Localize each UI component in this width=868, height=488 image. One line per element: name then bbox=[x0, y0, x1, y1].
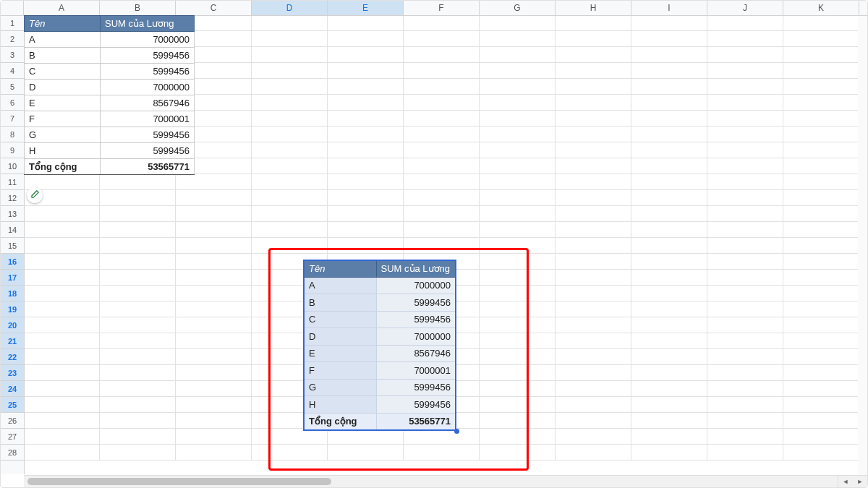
cell-I23[interactable] bbox=[631, 365, 707, 381]
cell-C28[interactable] bbox=[176, 445, 252, 461]
cell-F1[interactable] bbox=[404, 15, 480, 31]
cell-K27[interactable] bbox=[783, 429, 859, 445]
cell-D14[interactable] bbox=[252, 222, 328, 238]
row-header-6[interactable]: 6 bbox=[1, 95, 24, 111]
column-header-F[interactable]: F bbox=[404, 1, 480, 15]
pivot2-footer-value[interactable]: 53565771 bbox=[376, 413, 456, 430]
cell-E7[interactable] bbox=[328, 111, 404, 127]
cell-C19[interactable] bbox=[176, 301, 252, 317]
cell-G25[interactable] bbox=[480, 397, 556, 413]
cell-F11[interactable] bbox=[404, 174, 480, 190]
cell-I3[interactable] bbox=[631, 47, 707, 63]
cell-K12[interactable] bbox=[783, 190, 859, 206]
cell-B18[interactable] bbox=[100, 286, 176, 301]
column-header-I[interactable]: I bbox=[631, 1, 707, 15]
cell-E5[interactable] bbox=[328, 79, 404, 95]
cell-G6[interactable] bbox=[480, 95, 556, 111]
cell-I26[interactable] bbox=[631, 413, 707, 429]
cell-K3[interactable] bbox=[783, 47, 859, 63]
row-header-1[interactable]: 1 bbox=[1, 15, 24, 31]
cell-K25[interactable] bbox=[783, 397, 859, 413]
cell-G26[interactable] bbox=[480, 413, 556, 429]
pivot-row-name[interactable]: H bbox=[25, 143, 101, 159]
cell-C13[interactable] bbox=[176, 206, 252, 222]
row-header-18[interactable]: 18 bbox=[1, 286, 24, 301]
cell-B26[interactable] bbox=[100, 413, 176, 429]
pivot-row-name[interactable]: D bbox=[304, 328, 376, 346]
cell-C12[interactable] bbox=[176, 190, 252, 206]
cell-F9[interactable] bbox=[404, 142, 480, 158]
cell-K24[interactable] bbox=[783, 381, 859, 397]
pivot-row-value[interactable]: 5999456 bbox=[376, 311, 456, 328]
cell-J19[interactable] bbox=[707, 301, 783, 317]
cell-G24[interactable] bbox=[480, 381, 556, 397]
cell-C26[interactable] bbox=[176, 413, 252, 429]
pivot-table-original[interactable]: Tên SUM của Lương A7000000B5999456C59994… bbox=[24, 15, 195, 175]
cell-K26[interactable] bbox=[783, 413, 859, 429]
cell-B16[interactable] bbox=[100, 254, 176, 270]
cell-J15[interactable] bbox=[707, 238, 783, 254]
row-header-25[interactable]: 25 bbox=[1, 397, 24, 413]
cell-I19[interactable] bbox=[631, 301, 707, 317]
cell-A15[interactable] bbox=[24, 238, 100, 254]
cell-F27[interactable] bbox=[404, 429, 480, 445]
cell-B25[interactable] bbox=[100, 397, 176, 413]
cell-G13[interactable] bbox=[480, 206, 556, 222]
cell-C17[interactable] bbox=[176, 270, 252, 286]
column-header-B[interactable]: B bbox=[100, 1, 176, 15]
cell-J23[interactable] bbox=[707, 365, 783, 381]
cell-F15[interactable] bbox=[404, 238, 480, 254]
cell-B20[interactable] bbox=[100, 317, 176, 333]
cell-J22[interactable] bbox=[707, 349, 783, 365]
cell-G11[interactable] bbox=[480, 174, 556, 190]
cell-F10[interactable] bbox=[404, 158, 480, 174]
cell-I16[interactable] bbox=[631, 254, 707, 270]
pivot-row-value[interactable]: 8567946 bbox=[376, 345, 456, 362]
row-header-26[interactable]: 26 bbox=[1, 413, 24, 429]
cell-A13[interactable] bbox=[24, 206, 100, 222]
cell-K1[interactable] bbox=[783, 15, 859, 31]
pivot-row-value[interactable]: 5999456 bbox=[101, 48, 195, 64]
cell-D15[interactable] bbox=[252, 238, 328, 254]
cell-I2[interactable] bbox=[631, 31, 707, 47]
cell-G18[interactable] bbox=[480, 286, 556, 301]
cell-H17[interactable] bbox=[556, 270, 631, 286]
pivot-row-name[interactable]: B bbox=[304, 294, 376, 312]
cell-B21[interactable] bbox=[100, 333, 176, 349]
cell-I28[interactable] bbox=[631, 445, 707, 461]
cell-K9[interactable] bbox=[783, 142, 859, 158]
pivot-row-value[interactable]: 5999456 bbox=[376, 396, 456, 414]
column-header-A[interactable]: A bbox=[24, 1, 100, 15]
pivot-row-name[interactable]: E bbox=[304, 345, 376, 362]
cell-E6[interactable] bbox=[328, 95, 404, 111]
cell-G8[interactable] bbox=[480, 127, 556, 142]
cell-J18[interactable] bbox=[707, 286, 783, 301]
cell-B19[interactable] bbox=[100, 301, 176, 317]
pivot-row-name[interactable]: F bbox=[304, 362, 376, 380]
cell-H5[interactable] bbox=[556, 79, 631, 95]
cell-G9[interactable] bbox=[480, 142, 556, 158]
cell-J8[interactable] bbox=[707, 127, 783, 142]
cell-F14[interactable] bbox=[404, 222, 480, 238]
cell-C15[interactable] bbox=[176, 238, 252, 254]
cell-G15[interactable] bbox=[480, 238, 556, 254]
cell-K10[interactable] bbox=[783, 158, 859, 174]
pivot2-header-sum[interactable]: SUM của Lương bbox=[376, 260, 456, 277]
cell-H19[interactable] bbox=[556, 301, 631, 317]
cell-I10[interactable] bbox=[631, 158, 707, 174]
cell-E8[interactable] bbox=[328, 127, 404, 142]
horizontal-scroll-thumb[interactable] bbox=[27, 478, 331, 485]
cell-B14[interactable] bbox=[100, 222, 176, 238]
cell-H2[interactable] bbox=[556, 31, 631, 47]
cell-C25[interactable] bbox=[176, 397, 252, 413]
cell-A25[interactable] bbox=[24, 397, 100, 413]
sheet-nav-next[interactable]: ► bbox=[853, 476, 867, 487]
cell-K8[interactable] bbox=[783, 127, 859, 142]
pivot-row-value[interactable]: 7000000 bbox=[101, 32, 195, 48]
column-header-J[interactable]: J bbox=[707, 1, 783, 15]
cell-K11[interactable] bbox=[783, 174, 859, 190]
pivot-footer-label[interactable]: Tổng cộng bbox=[25, 159, 101, 175]
cell-G12[interactable] bbox=[480, 190, 556, 206]
cell-B15[interactable] bbox=[100, 238, 176, 254]
edit-pivot-button[interactable] bbox=[27, 187, 43, 203]
